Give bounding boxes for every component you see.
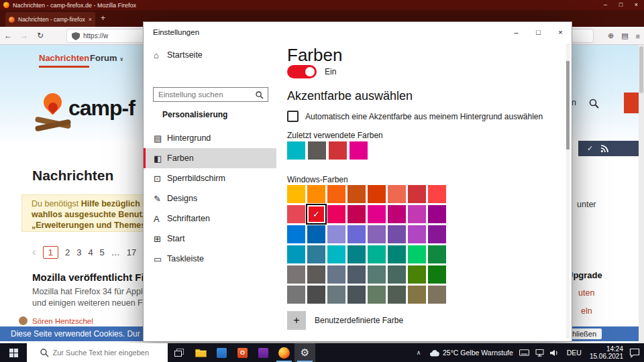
network-icon[interactable] [535,349,544,357]
touch-keyboard-icon[interactable] [519,349,529,356]
task-view-button[interactable] [168,343,191,362]
auto-accent-checkbox[interactable] [287,111,299,122]
color-swatch[interactable] [347,265,366,284]
color-swatch[interactable] [408,185,426,203]
color-swatch[interactable] [408,205,426,223]
taskbar-clock[interactable]: 14:24 15.06.2021 [590,345,623,360]
color-swatch[interactable] [347,225,366,243]
sidebar-item-schriftarten[interactable]: A Schriftarten [144,208,276,229]
color-swatch[interactable] [408,225,426,243]
color-swatch[interactable] [327,265,345,284]
color-swatch[interactable] [347,245,366,263]
settings-close-button[interactable]: × [549,22,572,42]
author-link[interactable]: Sören Hentzschel [32,317,93,325]
color-swatch[interactable] [307,225,325,243]
pagination-page-5[interactable]: 5 [100,247,105,257]
new-tab-button[interactable]: + [101,13,105,23]
pagination-page-2[interactable]: 2 [65,247,70,257]
color-swatch[interactable] [287,265,305,284]
pagination-page-1[interactable]: 1 [43,246,58,259]
color-swatch[interactable] [388,225,406,243]
shield-icon[interactable] [72,32,80,40]
color-swatch[interactable] [388,185,406,203]
color-swatch[interactable] [428,265,446,284]
nav-nachrichten[interactable]: Nachrichten [39,53,89,63]
color-swatch[interactable] [287,185,305,203]
notice-link[interactable]: „Erweiterungen und Themes“ [32,221,150,230]
sidebar-item-sperrbildschirm[interactable]: ⊡ Sperrbildschirm [144,168,276,188]
color-swatch[interactable] [368,265,386,284]
color-swatch[interactable] [287,245,305,263]
reload-button[interactable]: ↻ [32,31,48,40]
firefox-taskbar-button[interactable] [274,343,294,362]
scrollbar-thumb[interactable] [639,46,643,93]
firefox-maximize-button[interactable]: □ [613,0,629,10]
color-swatch[interactable] [368,245,386,263]
color-swatch[interactable] [287,205,305,223]
pagination-page-17[interactable]: 17 [127,247,136,257]
color-swatch[interactable] [388,265,406,284]
color-swatch[interactable] [428,205,446,223]
action-center-icon[interactable] [629,348,640,358]
color-swatch[interactable] [287,225,305,243]
color-swatch[interactable] [307,265,325,284]
check-icon[interactable]: ✓ [587,144,593,153]
sidebar-item-designs[interactable]: ✎ Designs [144,188,276,208]
file-explorer-button[interactable] [191,343,211,362]
color-swatch[interactable] [388,205,406,223]
pagination-page-3[interactable]: 3 [76,247,81,257]
weather-widget[interactable]: 25°C Gelbe Warnstufe [429,349,513,357]
pagination-page-4[interactable]: 4 [88,247,93,257]
rss-icon[interactable] [600,145,608,153]
color-swatch[interactable] [408,265,426,284]
settings-scrollbar-thumb[interactable] [566,61,570,149]
start-button[interactable] [0,343,27,362]
notice-link[interactable]: wahllos ausgesuchte Benutzer [32,210,154,219]
text-fragment[interactable]: uten [578,288,594,298]
color-swatch[interactable] [388,286,406,304]
extensions-icon[interactable]: ⊕ [608,32,614,40]
color-swatch[interactable] [287,286,305,304]
color-swatch[interactable] [408,286,426,304]
library-icon[interactable]: ▤ [621,32,628,40]
color-swatch[interactable] [347,205,366,223]
sidebar-item-taskleiste[interactable]: ▭ Taskleiste [144,249,276,269]
pagination-prev[interactable]: ‹ [32,245,36,259]
colors-toggle[interactable] [287,65,317,78]
purple-app-button[interactable] [253,343,274,362]
color-swatch[interactable] [287,141,305,160]
sidebar-item-startseite[interactable]: ⌂ Startseite [144,45,276,65]
color-swatch[interactable] [307,185,325,203]
settings-minimize-button[interactable]: – [505,22,527,42]
firefox-close-button[interactable]: × [629,0,644,10]
color-swatch[interactable] [307,245,325,263]
color-swatch[interactable] [350,141,368,160]
menu-icon[interactable]: ≡ [636,32,640,40]
color-swatch[interactable] [428,245,446,263]
color-swatch[interactable] [327,245,345,263]
color-swatch[interactable] [368,286,386,304]
color-swatch[interactable] [368,185,386,203]
taskbar-search-box[interactable] [27,343,168,362]
color-swatch[interactable] [408,245,426,263]
sidebar-item-hintergrund[interactable]: ▤ Hintergrund [144,128,276,148]
back-button[interactable]: ← [0,31,16,40]
color-swatch[interactable] [347,185,366,203]
settings-maximize-button[interactable]: □ [527,22,549,42]
firefox-minimize-button[interactable]: – [598,0,613,10]
text-fragment[interactable]: eln [581,306,592,316]
color-swatch[interactable] [307,286,325,304]
settings-taskbar-button[interactable]: ⚙ [294,343,315,362]
color-swatch[interactable]: ✓ [307,205,325,223]
color-swatch[interactable] [327,185,345,203]
language-indicator[interactable]: DEU [565,349,584,357]
site-logo[interactable] [35,90,72,128]
settings-search-input[interactable] [154,88,268,101]
settings-search-box[interactable] [153,87,268,102]
site-search-icon[interactable] [589,99,599,109]
hidden-icons-chevron[interactable]: ∧ [414,349,423,356]
store-app-button[interactable] [211,343,232,362]
color-swatch[interactable] [368,225,386,243]
office-app-button[interactable]: O [232,343,253,362]
color-swatch[interactable] [428,225,446,243]
